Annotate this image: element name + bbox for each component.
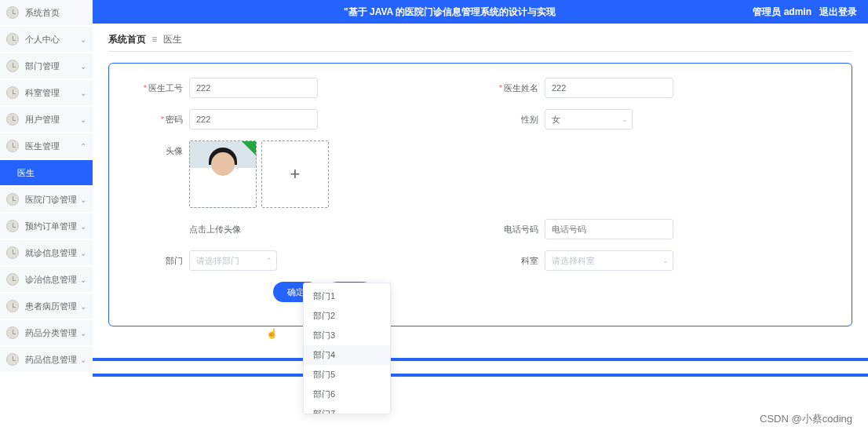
dept-select[interactable]: 请选择部门 ⌃ bbox=[189, 250, 277, 271]
clock-icon bbox=[6, 6, 19, 19]
sidebar-item-user[interactable]: 用户管理⌄ bbox=[0, 107, 93, 132]
label-avatar: 头像 bbox=[125, 140, 183, 157]
chevron-up-icon: ⌃ bbox=[80, 142, 86, 151]
gender-select[interactable]: 女 ⌄ bbox=[545, 109, 633, 129]
sidebar-item-label: 科室管理 bbox=[25, 87, 80, 99]
sidebar-item-label: 部门管理 bbox=[25, 60, 80, 72]
clock-icon bbox=[6, 33, 19, 46]
sidebar-item-drug-info[interactable]: 药品信息管理⌄ bbox=[0, 347, 93, 372]
clock-icon bbox=[6, 326, 19, 339]
logout-link[interactable]: 退出登录 bbox=[819, 5, 857, 19]
sidebar-item-label: 医生管理 bbox=[25, 140, 80, 152]
sidebar-item-label: 预约订单管理 bbox=[25, 221, 80, 232]
label-password: *密码 bbox=[125, 109, 183, 126]
clock-icon bbox=[6, 193, 19, 206]
clock-icon bbox=[6, 140, 19, 152]
sidebar-item-profile[interactable]: 个人中心⌄ bbox=[0, 27, 93, 52]
sidebar-item-label: 药品分类管理 bbox=[25, 327, 80, 339]
chevron-down-icon: ⌄ bbox=[80, 115, 86, 124]
doctor-id-input[interactable] bbox=[189, 78, 318, 98]
office-select[interactable]: 请选择科室 ⌄ bbox=[545, 250, 673, 271]
dropdown-item[interactable]: 部门3 bbox=[304, 326, 390, 345]
dropdown-item[interactable]: 部门4 bbox=[304, 345, 390, 365]
chevron-down-icon: ⌄ bbox=[80, 35, 86, 44]
clock-icon bbox=[6, 246, 19, 259]
label-doctor-id: *医生工号 bbox=[125, 78, 183, 94]
chevron-down-icon: ⌄ bbox=[80, 302, 86, 311]
sidebar-item-doctor-mgr[interactable]: 医生管理⌃ bbox=[0, 133, 93, 159]
clock-icon bbox=[6, 86, 19, 99]
chevron-down-icon: ⌄ bbox=[80, 222, 86, 231]
label-gender: 性别 bbox=[480, 109, 538, 126]
sidebar-item-outpatient[interactable]: 医院门诊管理⌄ bbox=[0, 187, 93, 212]
dropdown-item[interactable]: 部门1 bbox=[304, 286, 390, 306]
breadcrumb-sep: ≡ bbox=[151, 34, 157, 45]
decorative-bar bbox=[93, 374, 868, 377]
chevron-down-icon: ⌄ bbox=[80, 329, 86, 337]
label-avatar-hint bbox=[125, 219, 183, 224]
avatar-upload-button[interactable]: + bbox=[261, 140, 329, 208]
sidebar-item-office[interactable]: 科室管理⌄ bbox=[0, 80, 93, 105]
breadcrumb: 系统首页 ≡ 医生 bbox=[108, 33, 852, 46]
main: 系统首页 ≡ 医生 *医生工号 *医生姓名 *密码 性别 女 bbox=[93, 24, 868, 434]
sidebar-item-label: 医院门诊管理 bbox=[25, 194, 80, 206]
plus-icon: + bbox=[290, 164, 301, 184]
divider bbox=[108, 51, 852, 52]
page-title: "基于 JAVA 的医院门诊信息管理系统的设计与实现 bbox=[344, 5, 556, 19]
chevron-down-icon: ⌄ bbox=[622, 115, 628, 123]
header: "基于 JAVA 的医院门诊信息管理系统的设计与实现 管理员 admin 退出登… bbox=[93, 0, 868, 24]
label-doctor-name: *医生姓名 bbox=[480, 78, 538, 94]
sidebar-item-label: 系统首页 bbox=[25, 7, 86, 19]
sidebar-item-home[interactable]: 系统首页 bbox=[0, 0, 93, 25]
clock-icon bbox=[6, 60, 19, 72]
sidebar-item-label: 就诊信息管理 bbox=[25, 247, 80, 259]
chevron-down-icon: ⌄ bbox=[80, 89, 86, 97]
clock-icon bbox=[6, 353, 19, 366]
label-phone: 电话号码 bbox=[480, 219, 538, 235]
avatar-area: + bbox=[189, 140, 329, 208]
dropdown-item[interactable]: 部门2 bbox=[304, 306, 390, 326]
sidebar: 系统首页 个人中心⌄ 部门管理⌄ 科室管理⌄ 用户管理⌄ 医生管理⌃ 医生 医院… bbox=[0, 0, 93, 434]
user-area: 管理员 admin 退出登录 bbox=[753, 5, 857, 19]
chevron-down-icon: ⌄ bbox=[80, 249, 86, 257]
office-placeholder: 请选择科室 bbox=[552, 255, 595, 267]
decorative-bar bbox=[93, 358, 868, 361]
chevron-down-icon: ⌄ bbox=[80, 195, 86, 204]
chevron-down-icon: ⌄ bbox=[662, 257, 669, 264]
sidebar-item-label: 用户管理 bbox=[25, 114, 80, 126]
sidebar-item-label: 个人中心 bbox=[25, 34, 80, 46]
user-role[interactable]: 管理员 admin bbox=[753, 5, 811, 19]
clock-icon bbox=[6, 220, 19, 232]
chevron-down-icon: ⌄ bbox=[80, 356, 86, 364]
chevron-up-icon: ⌃ bbox=[266, 257, 272, 264]
sidebar-item-doctor[interactable]: 医生 bbox=[0, 160, 93, 185]
label-dept: 部门 bbox=[125, 250, 183, 267]
chevron-down-icon: ⌄ bbox=[80, 62, 86, 71]
sidebar-item-label: 医生 bbox=[17, 167, 86, 179]
breadcrumb-root[interactable]: 系统首页 bbox=[108, 34, 146, 45]
dropdown-item[interactable]: 部门7 bbox=[304, 404, 390, 414]
watermark: CSDN @小蔡coding bbox=[760, 412, 852, 426]
avatar-preview[interactable] bbox=[189, 140, 257, 208]
dept-placeholder: 请选择部门 bbox=[196, 255, 239, 267]
doctor-name-input[interactable] bbox=[545, 78, 673, 98]
success-badge-icon bbox=[242, 141, 256, 155]
sidebar-item-dept[interactable]: 部门管理⌄ bbox=[0, 53, 93, 78]
dropdown-item[interactable]: 部门5 bbox=[304, 365, 390, 385]
dept-dropdown: 部门1 部门2 部门3 部门4 部门5 部门6 部门7 部门8 bbox=[303, 283, 391, 414]
label-office: 科室 bbox=[480, 250, 538, 267]
form-panel: *医生工号 *医生姓名 *密码 性别 女 ⌄ 头像 bbox=[108, 63, 852, 326]
breadcrumb-current: 医生 bbox=[163, 34, 182, 45]
sidebar-item-appointment[interactable]: 预约订单管理⌄ bbox=[0, 213, 93, 239]
sidebar-item-drug-category[interactable]: 药品分类管理⌄ bbox=[0, 320, 93, 345]
sidebar-item-visit[interactable]: 就诊信息管理⌄ bbox=[0, 240, 93, 265]
avatar-hint: 点击上传头像 bbox=[189, 219, 241, 235]
dropdown-item[interactable]: 部门6 bbox=[304, 385, 390, 404]
clock-icon bbox=[6, 113, 19, 126]
gender-value: 女 bbox=[552, 114, 560, 126]
phone-input[interactable] bbox=[545, 219, 673, 239]
password-input[interactable] bbox=[189, 109, 318, 129]
sidebar-item-label: 药品信息管理 bbox=[25, 354, 80, 366]
